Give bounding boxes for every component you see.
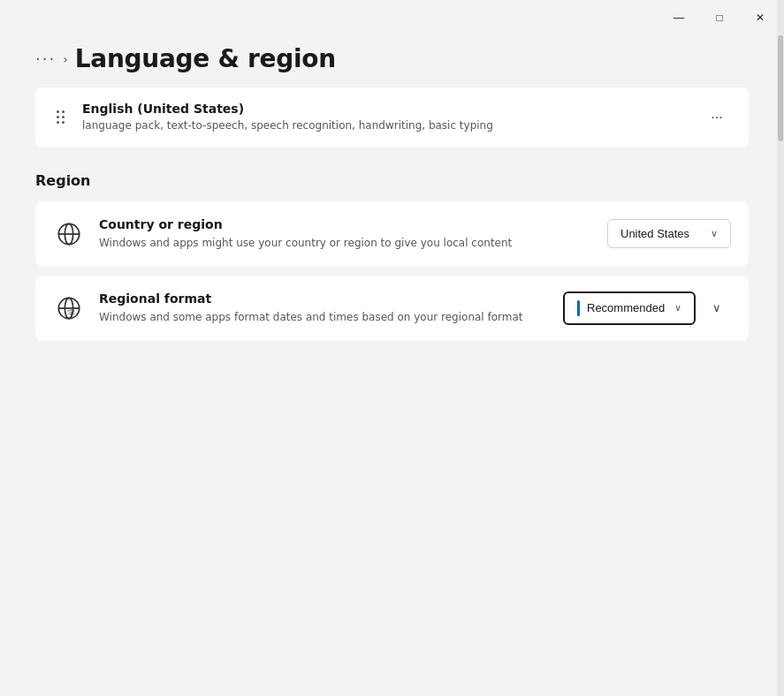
country-region-value: United States <box>620 227 689 240</box>
language-features: language pack, text-to-speech, speech re… <box>82 118 689 133</box>
drag-dot <box>62 116 65 118</box>
recommended-value: Recommended <box>587 301 667 314</box>
language-menu-button[interactable]: ··· <box>703 103 731 132</box>
scrollbar-thumb[interactable] <box>778 35 783 141</box>
regional-format-description: Windows and some apps format dates and t… <box>99 309 549 325</box>
country-region-dropdown[interactable]: United States ∨ <box>607 219 731 248</box>
drag-dot <box>57 116 59 118</box>
country-region-description: Windows and apps might use your country … <box>99 235 593 251</box>
svg-text:字: 字 <box>67 309 75 318</box>
country-region-info: Country or region Windows and apps might… <box>99 217 593 251</box>
settings-window: — □ ✕ ··· › Language & region <box>0 0 784 696</box>
country-region-title: Country or region <box>99 217 593 231</box>
breadcrumb-back[interactable]: ··· <box>35 49 56 68</box>
drag-dot <box>57 121 59 124</box>
globe-icon <box>53 222 85 246</box>
country-region-chevron-icon: ∨ <box>711 228 718 239</box>
title-bar: — □ ✕ <box>0 0 784 35</box>
region-section-heading: Region <box>35 172 749 189</box>
country-region-card: Country or region Windows and apps might… <box>35 201 749 267</box>
regional-format-icon: 字 <box>53 296 85 321</box>
close-button[interactable]: ✕ <box>740 4 780 32</box>
regional-format-dropdown[interactable]: Recommended ∨ <box>563 291 696 325</box>
regional-format-title: Regional format <box>99 291 549 306</box>
breadcrumb: ··· › Language & region <box>35 44 749 73</box>
drag-dot <box>62 110 65 113</box>
maximize-button[interactable]: □ <box>699 4 740 32</box>
scrollbar[interactable] <box>777 0 784 696</box>
regional-format-info: Regional format Windows and some apps fo… <box>99 291 549 325</box>
main-content: ··· › Language & region <box>0 35 784 696</box>
breadcrumb-chevron-icon: › <box>63 52 68 66</box>
drag-dot <box>57 110 59 113</box>
language-name: English (United States) <box>82 102 689 116</box>
drag-handle[interactable] <box>53 107 68 127</box>
drag-dot <box>62 121 65 124</box>
language-info: English (United States) language pack, t… <box>82 102 689 133</box>
minimize-button[interactable]: — <box>658 4 699 32</box>
regional-format-card: 字 Regional format Windows and some apps … <box>35 276 749 341</box>
recommended-blue-bar <box>577 300 580 316</box>
regional-format-controls: Recommended ∨ ∨ <box>563 291 731 325</box>
page-title: Language & region <box>75 44 336 73</box>
regional-format-expand-button[interactable]: ∨ <box>703 294 731 322</box>
recommended-chevron-icon: ∨ <box>674 302 681 314</box>
language-card: English (United States) language pack, t… <box>35 87 749 148</box>
